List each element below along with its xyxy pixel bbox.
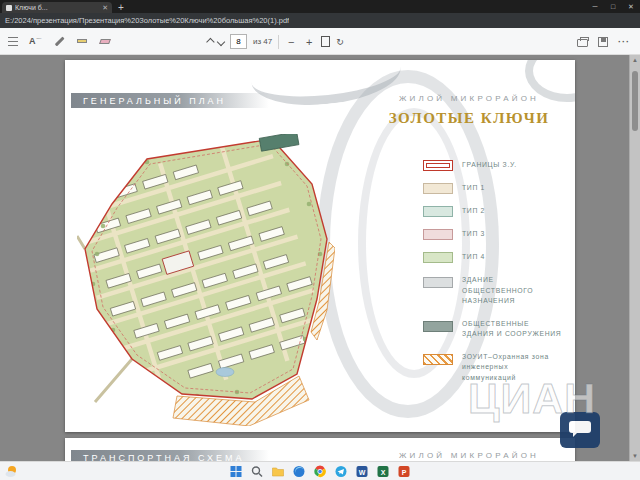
edge-icon[interactable] <box>293 465 306 478</box>
map-legend: ГРАНИЦЫ З.У. ТИП 1 ТИП 2 ТИП 3 ТИП 4 ЗДА… <box>423 160 573 383</box>
site-plan-map <box>77 134 335 426</box>
window-controls: ─ □ ✕ <box>586 0 640 13</box>
save-icon[interactable] <box>598 37 608 47</box>
legend-item-public-structures: ОБЩЕСТВЕННЫЕ ЗДАНИЯ И СООРУЖЕНИЯ <box>423 319 573 340</box>
scroll-down-icon[interactable]: ▼ <box>630 451 640 461</box>
pdf-viewport: ГЕНЕРАЛЬНЫЙ ПЛАН ЖИЛОЙ МИКРОРАЙОН ЗОЛОТЫ… <box>0 55 640 461</box>
scroll-up-icon[interactable]: ▲ <box>630 55 640 65</box>
pdf-page-controls: из 47 − + ↻ <box>206 28 344 55</box>
erase-icon[interactable] <box>99 39 111 44</box>
minimize-button[interactable]: ─ <box>586 0 604 13</box>
svg-text:X: X <box>381 469 386 476</box>
legend-item-type2: ТИП 2 <box>423 206 573 217</box>
legend-label: ТИП 3 <box>462 229 564 240</box>
page-title-block-2: ЖИЛОЙ МИКРОРАЙОН <box>383 451 555 460</box>
word-icon[interactable]: W <box>356 465 369 478</box>
legend-swatch-type4 <box>423 252 453 263</box>
pdf-page-2: ТРАНСПОРТНАЯ СХЕМА ЖИЛОЙ МИКРОРАЙОН <box>65 438 575 461</box>
next-page-icon[interactable] <box>217 37 225 45</box>
highlight-icon[interactable] <box>77 39 87 43</box>
more-options-icon[interactable]: ··· <box>618 37 630 47</box>
browser-tabbar: Ключи б... ✕ + ─ □ ✕ <box>0 0 640 13</box>
legend-label: ТИП 2 <box>462 206 564 217</box>
legend-swatch-type1 <box>423 183 453 194</box>
section-banner-2: ТРАНСПОРТНАЯ СХЕМА <box>71 450 269 461</box>
tab-title: Ключи б... <box>15 4 99 11</box>
excel-icon[interactable]: X <box>377 465 390 478</box>
tab-close-icon[interactable]: ✕ <box>102 4 108 11</box>
start-icon[interactable] <box>230 465 243 478</box>
taskbar: W X P <box>0 461 640 480</box>
address-url[interactable]: E:/2024/презентация/Презентация%20Золоты… <box>5 16 289 25</box>
address-bar[interactable]: E:/2024/презентация/Презентация%20Золоты… <box>0 13 640 28</box>
legend-label: ТИП 4 <box>462 252 564 263</box>
legend-label: ЗДАНИЕ ОБЩЕСТВЕННОГО НАЗНАЧЕНИЯ <box>462 275 564 307</box>
taskbar-icons: W X P <box>230 465 411 478</box>
legend-item-type3: ТИП 3 <box>423 229 573 240</box>
district-subtitle: ЖИЛОЙ МИКРОРАЙОН <box>383 94 555 103</box>
page-title-block: ЖИЛОЙ МИКРОРАЙОН ЗОЛОТЫЕ КЛЮЧИ <box>383 94 555 127</box>
legend-swatch-zouit <box>423 354 453 365</box>
svg-text:W: W <box>359 469 366 476</box>
pdf-page-1: ГЕНЕРАЛЬНЫЙ ПЛАН ЖИЛОЙ МИКРОРАЙОН ЗОЛОТЫ… <box>65 60 575 432</box>
legend-swatch-boundary <box>423 160 453 171</box>
telegram-icon[interactable] <box>335 465 348 478</box>
legend-label: ГРАНИЦЫ З.У. <box>462 160 564 171</box>
legend-swatch-type3 <box>423 229 453 240</box>
toolbar-divider <box>278 35 279 49</box>
legend-item-type1: ТИП 1 <box>423 183 573 194</box>
previous-page-icon[interactable] <box>206 37 214 45</box>
pond-shape <box>216 368 234 377</box>
legend-swatch-type2 <box>423 206 453 217</box>
rotate-icon[interactable]: ↻ <box>336 37 344 47</box>
contents-icon[interactable] <box>8 37 18 47</box>
legend-label: ТИП 1 <box>462 183 564 194</box>
legend-swatch-public-building <box>423 277 453 288</box>
pdf-toolbar-right: ··· <box>577 28 630 55</box>
legend-item-type4: ТИП 4 <box>423 252 573 263</box>
page-number-input[interactable] <box>230 34 247 49</box>
maximize-button[interactable]: □ <box>604 0 622 13</box>
powerpoint-icon[interactable]: P <box>398 465 411 478</box>
file-explorer-icon[interactable] <box>272 465 285 478</box>
pdf-toolbar: A⌒ из 47 − + ↻ ··· <box>0 28 640 55</box>
project-title: ЗОЛОТЫЕ КЛЮЧИ <box>383 110 555 127</box>
legend-item-public-building: ЗДАНИЕ ОБЩЕСТВЕННОГО НАЗНАЧЕНИЯ <box>423 275 573 307</box>
scrollbar-thumb[interactable] <box>632 71 638 131</box>
zoom-out-button[interactable]: − <box>285 36 297 48</box>
print-icon[interactable] <box>577 39 588 47</box>
chrome-icon[interactable] <box>314 465 327 478</box>
read-aloud-icon[interactable]: A⌒ <box>29 36 43 47</box>
pdf-toolbar-left: A⌒ <box>8 35 112 47</box>
weather-icon[interactable] <box>5 465 18 478</box>
zoom-in-button[interactable]: + <box>303 36 315 48</box>
vertical-scrollbar[interactable]: ▲ ▼ <box>629 55 640 461</box>
legend-swatch-public-structures <box>423 321 453 332</box>
legend-item-boundary: ГРАНИЦЫ З.У. <box>423 160 573 171</box>
pdf-favicon-icon <box>6 5 12 11</box>
close-button[interactable]: ✕ <box>622 0 640 13</box>
legend-label: ЗОУИТ–Охранная зона инженерных коммуника… <box>462 352 564 384</box>
page-total-label: из 47 <box>253 37 272 46</box>
svg-text:P: P <box>402 469 407 476</box>
legend-label: ОБЩЕСТВЕННЫЕ ЗДАНИЯ И СООРУЖЕНИЯ <box>462 319 564 340</box>
district-subtitle-2: ЖИЛОЙ МИКРОРАЙОН <box>383 451 555 460</box>
legend-item-zouit: ЗОУИТ–Охранная зона инженерных коммуника… <box>423 352 573 384</box>
browser-tab[interactable]: Ключи б... ✕ <box>2 2 112 13</box>
draw-icon[interactable] <box>55 36 65 46</box>
new-tab-button[interactable]: + <box>118 2 124 13</box>
fit-page-icon[interactable] <box>321 36 330 47</box>
search-icon[interactable] <box>251 465 264 478</box>
section-banner: ГЕНЕРАЛЬНЫЙ ПЛАН <box>71 93 269 108</box>
